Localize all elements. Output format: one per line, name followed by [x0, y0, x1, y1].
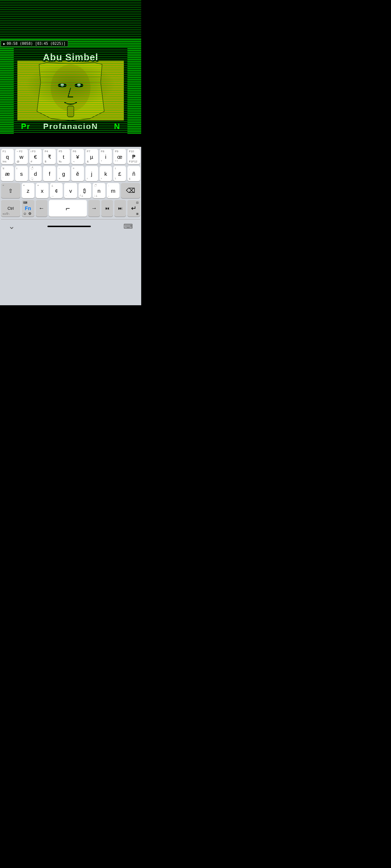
play-icon: ▶: [3, 42, 5, 46]
key-semicolon[interactable]: . ñ ç: [127, 166, 140, 181]
key-c[interactable]: ¿ ¢ ...: [50, 183, 63, 198]
svg-point-6: [60, 84, 64, 86]
svg-rect-2: [17, 61, 124, 120]
arrow-right-key[interactable]: →: [88, 200, 100, 217]
key-h[interactable]: ≈ ě: [71, 166, 84, 181]
key-a[interactable]: \t æ `: [1, 166, 14, 181]
key-b[interactable]: ₿ / ¿: [79, 183, 91, 198]
keyboard-row-4: Ctrl πλ∇¬ ⌨ Fn ☺ ⚙ ← ⌐ → ⏮ ⏭ ⊡ ↵ ⊞: [1, 200, 140, 217]
key-y[interactable]: F6 ¥ ¬: [71, 149, 84, 164]
transport-bar: ▶ 00:58 (0058) [03:45 (0225)]: [1, 41, 68, 47]
black-top: [0, 0, 141, 39]
svg-text:P: P: [21, 122, 27, 131]
key-f[interactable]: f: [43, 166, 56, 181]
keyboard-area: F1 q Ins ~ F2 w @ i F3 € # F4 ₹ $ F5 t ‰…: [0, 147, 141, 305]
settings-icon: ⚙: [28, 212, 31, 216]
key-j[interactable]: j ‹: [85, 166, 98, 181]
game-screen: Abu Simbel: [14, 48, 127, 134]
emoji-icon: ☺: [23, 212, 27, 216]
return-key[interactable]: ⊡ ↵ ⊞: [127, 200, 140, 217]
key-s[interactable]: i s: [15, 166, 28, 181]
key-k[interactable]: k ›: [100, 166, 112, 181]
svg-point-5: [75, 83, 83, 88]
key-x[interactable]: » x: [36, 183, 49, 198]
svg-rect-8: [67, 106, 74, 117]
key-e[interactable]: i F3 € #: [29, 149, 42, 164]
key-q[interactable]: F1 q Ins: [1, 149, 14, 164]
key-d[interactable]: ◌̊ d ◌̤: [29, 166, 42, 181]
svg-text:Abu Simbel: Abu Simbel: [43, 52, 98, 63]
key-g[interactable]: - g +: [57, 166, 70, 181]
glitch-lines-right: [127, 48, 141, 134]
svg-text:ProfanacioN: ProfanacioN: [43, 122, 98, 131]
backspace-key[interactable]: ⌫: [121, 183, 140, 198]
space-key[interactable]: ⌐: [49, 200, 87, 217]
keyboard-toggle-icon[interactable]: ⌨: [123, 222, 133, 230]
fn-key[interactable]: ⌨ Fn ☺ ⚙: [22, 200, 34, 217]
ctrl-key[interactable]: Ctrl πλ∇¬: [1, 200, 20, 217]
keyboard-small-icon: ⌨: [23, 201, 28, 204]
bottom-bar: ⌄ ⌨: [1, 219, 140, 233]
emulator-area: ▶ 00:58 (0058) [03:45 (0225)] Abu Simbel: [0, 0, 141, 134]
svg-text:r: r: [27, 122, 31, 131]
media-next-key[interactable]: ⏭: [114, 200, 126, 217]
key-t[interactable]: F5 t ‰: [57, 149, 70, 164]
key-p[interactable]: F10 ₱ F1F12: [127, 149, 140, 164]
game-title: Abu Simbel: [18, 51, 123, 65]
key-w[interactable]: ~ F2 w @: [15, 149, 28, 164]
key-m[interactable]: : m ,: [107, 183, 119, 198]
keyboard-row-2: \t æ ` i s ◌̊ d ◌̤ f - g + ≈ ě: [1, 166, 140, 181]
pharaoh-image: [17, 61, 124, 120]
key-r[interactable]: F4 ₹ $: [43, 149, 56, 164]
svg-point-3: [51, 64, 91, 111]
svg-point-7: [77, 84, 81, 86]
time-display: 00:58 (0058) [03:45 (0225)]: [7, 42, 66, 46]
shift-key[interactable]: « ⇧: [1, 183, 20, 198]
svg-rect-12: [17, 61, 124, 120]
keyboard-row-1: F1 q Ins ~ F2 w @ i F3 € # F4 ₹ $ F5 t ‰…: [1, 149, 140, 164]
key-i[interactable]: F8 i °: [100, 149, 112, 164]
key-v[interactable]: v ·: [64, 183, 77, 198]
home-indicator: [47, 226, 91, 227]
key-z[interactable]: « z: [22, 183, 34, 198]
glitch-lines-left: [0, 48, 14, 134]
key-n[interactable]: ◌̃ n ; ¿: [93, 183, 105, 198]
svg-text:N: N: [114, 122, 121, 131]
game-subtitle: ProfanacioN P r N: [18, 121, 123, 133]
key-l[interactable]: i £ \: [113, 166, 126, 181]
keyboard-row-3: « ⇧ « z » x ¿ ¢ ... v · ₿ / ¿ ◌̃: [1, 183, 140, 198]
arrow-left-key[interactable]: ←: [36, 200, 47, 217]
media-prev-key[interactable]: ⏮: [101, 200, 113, 217]
svg-rect-1: [17, 61, 124, 120]
key-o[interactable]: F9 œ " ": [113, 149, 126, 164]
chevron-down-icon[interactable]: ⌄: [8, 222, 15, 231]
svg-point-4: [58, 83, 67, 88]
key-u[interactable]: F7 µ &: [85, 149, 98, 164]
